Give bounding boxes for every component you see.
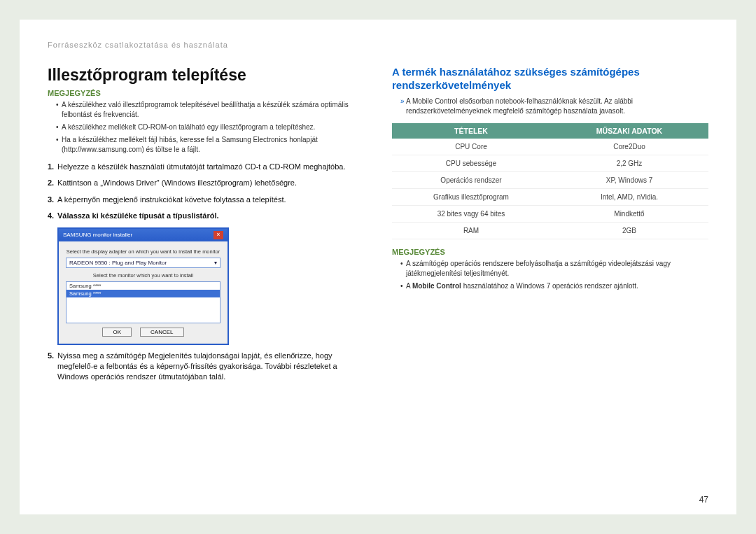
section-title-left: Illesztőprogram telepítése — [48, 66, 364, 85]
bullet-item: A számítógép operációs rendszere befolyá… — [400, 259, 708, 279]
dialog-body: Select the display adapter on which you … — [59, 241, 227, 344]
step-5: 5.Nyissa meg a számítógép Megjelenítés t… — [48, 351, 364, 383]
step-1: 1.Helyezze a készülék használati útmutat… — [48, 162, 364, 172]
document-page: Forráseszköz csatlakoztatása és használa… — [20, 20, 736, 514]
left-column: Illesztőprogram telepítése MEGJEGYZÉS A … — [48, 66, 364, 388]
dialog-instruction: Select the display adapter on which you … — [66, 248, 220, 255]
table-header: TÉTELEK — [392, 123, 550, 139]
list-item[interactable]: Samsung **** — [66, 282, 220, 290]
table-row: 32 bites vagy 64 bitesMindkettő — [392, 205, 708, 222]
table-row: RAM2GB — [392, 222, 708, 239]
chevron-down-icon: ▾ — [214, 260, 217, 266]
table-row: Operációs rendszerXP, Windows 7 — [392, 171, 708, 188]
two-column-layout: Illesztőprogram telepítése MEGJEGYZÉS A … — [48, 66, 708, 388]
dialog-title: SAMSUNG monitor installer — [63, 232, 132, 238]
table-row: CPU CoreCore2Duo — [392, 139, 708, 155]
dialog-titlebar: SAMSUNG monitor installer × — [59, 229, 227, 241]
note-label-left: MEGJEGYZÉS — [48, 89, 364, 97]
intro-bullet: A Mobile Control elsősorban notebook-fel… — [392, 97, 708, 116]
note-bullets-left: A készülékhez való illesztőprogramok tel… — [48, 100, 364, 155]
spec-table: TÉTELEK MŰSZAKI ADATOK CPU CoreCore2Duo … — [392, 123, 708, 239]
dialog-instruction: Select the monitor which you want to ins… — [66, 272, 220, 279]
adapter-dropdown[interactable]: RADEON 9550 : Plug and Play Monitor ▾ — [66, 258, 220, 268]
bullet-item: A készülékhez való illesztőprogramok tel… — [56, 100, 364, 120]
cancel-button[interactable]: CANCEL — [140, 328, 183, 337]
ok-button[interactable]: OK — [102, 328, 132, 337]
table-row: CPU sebessége2,2 GHz — [392, 155, 708, 171]
right-column: A termék használatához szükséges számító… — [392, 66, 708, 388]
section-title-right: A termék használatához szükséges számító… — [392, 66, 708, 92]
close-icon[interactable]: × — [214, 231, 223, 239]
step-4: 4.Válassza ki készüléke típusát a típusl… — [48, 211, 364, 221]
table-row: Grafikus illesztőprogramIntel, AMD, nVid… — [392, 188, 708, 205]
page-number: 47 — [699, 495, 708, 505]
bullet-item: Ha a készülékhez mellékelt fájl hibás, k… — [56, 135, 364, 155]
installer-dialog: SAMSUNG monitor installer × Select the d… — [57, 227, 229, 345]
dialog-buttons: OK CANCEL — [66, 323, 220, 338]
bullet-item: A Mobile Control elsősorban notebook-fel… — [400, 97, 708, 116]
breadcrumb: Forráseszköz csatlakoztatása és használa… — [48, 41, 708, 49]
table-header: MŰSZAKI ADATOK — [550, 123, 708, 139]
monitor-list[interactable]: Samsung **** Samsung **** — [66, 281, 220, 323]
list-item-selected[interactable]: Samsung **** — [66, 290, 220, 297]
bullet-item: A Mobile Control használatához a Windows… — [400, 281, 708, 291]
note-label-right: MEGJEGYZÉS — [392, 248, 708, 256]
note-bullets-right: A számítógép operációs rendszere befolyá… — [392, 259, 708, 291]
bullet-item: A készülékhez mellékelt CD-ROM-on találh… — [56, 122, 364, 132]
step-2: 2.Kattintson a „Windows Driver" (Windows… — [48, 178, 364, 188]
step-3: 3.A képernyőn megjelenő instrukciókat kö… — [48, 195, 364, 205]
